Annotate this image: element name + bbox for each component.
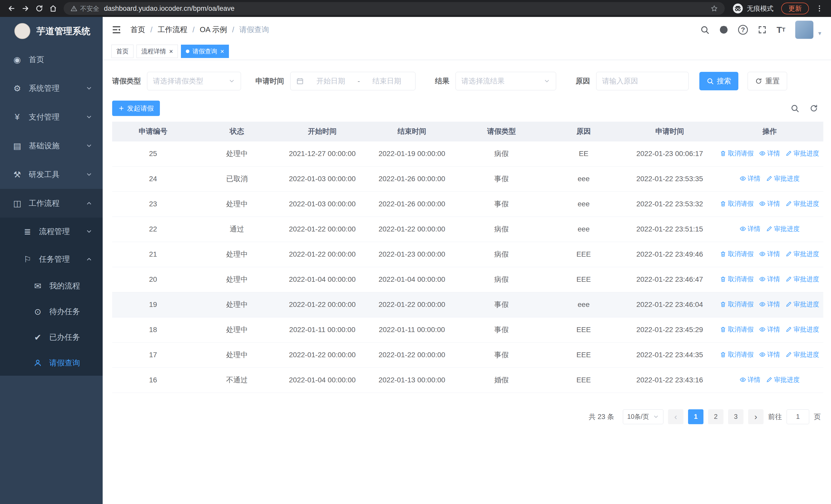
close-icon[interactable]: × <box>220 48 224 55</box>
tab-leave-query[interactable]: 请假查询 × <box>181 45 229 58</box>
col-operations: 操作 <box>716 122 824 141</box>
font-size-button[interactable]: TT <box>777 25 785 35</box>
cancel-leave-link[interactable]: 取消请假 <box>720 300 753 308</box>
sidebar: 芋道管理系统 ◉ 首页 ⚙ 系统管理 ¥ 支付管理 ▤ 基础设施 ⚒ 研发工具 … <box>0 17 103 504</box>
approval-progress-link[interactable]: 审批进度 <box>785 149 819 157</box>
search-button[interactable]: 搜索 <box>699 72 738 90</box>
approval-progress-link[interactable]: 审批进度 <box>785 275 819 283</box>
approval-progress-link[interactable]: 审批进度 <box>785 350 819 359</box>
user-icon <box>32 359 44 367</box>
prev-page-button[interactable]: ‹ <box>668 409 683 424</box>
sidebar-item-payment[interactable]: ¥ 支付管理 <box>0 102 103 131</box>
browser-update-button[interactable]: 更新 <box>781 3 809 14</box>
toggle-search-button[interactable] <box>791 104 799 113</box>
cell-leave-type: 事假 <box>459 292 544 317</box>
detail-link[interactable]: 详情 <box>759 149 780 157</box>
header-search-button[interactable] <box>700 25 709 34</box>
sidebar-item-infrastructure[interactable]: ▤ 基础设施 <box>0 131 103 160</box>
sidebar-item-label: 支付管理 <box>29 112 60 122</box>
cell-leave-type: 病假 <box>459 267 544 292</box>
page-button-3[interactable]: 3 <box>728 409 744 424</box>
col-start-time: 开始时间 <box>280 122 365 141</box>
detail-link[interactable]: 详情 <box>740 376 761 384</box>
next-page-button[interactable]: › <box>748 409 764 424</box>
cancel-leave-link[interactable]: 取消请假 <box>720 199 753 208</box>
detail-link[interactable]: 详情 <box>759 350 780 359</box>
detail-link[interactable]: 详情 <box>759 199 780 208</box>
detail-link[interactable]: 详情 <box>759 275 780 283</box>
sidebar-item-process-management[interactable]: ≣ 流程管理 <box>0 217 103 245</box>
sidebar-item-my-process[interactable]: ✉ 我的流程 <box>0 273 103 299</box>
detail-link[interactable]: 详情 <box>759 325 780 334</box>
browser-back-button[interactable] <box>5 2 19 16</box>
approval-progress-link[interactable]: 审批进度 <box>766 174 800 183</box>
breadcrumb-item-workflow[interactable]: 工作流程 <box>157 25 188 35</box>
app-logo[interactable]: 芋道管理系统 <box>0 17 103 45</box>
sidebar-item-system[interactable]: ⚙ 系统管理 <box>0 74 103 102</box>
user-avatar[interactable] <box>795 21 813 39</box>
cell-apply-time: 2022-01-22 23:45:29 <box>623 317 716 342</box>
trash-icon <box>720 326 726 333</box>
detail-link[interactable]: 详情 <box>740 225 761 233</box>
eye-icon: ⊙ <box>32 307 44 317</box>
sidebar-item-devtools[interactable]: ⚒ 研发工具 <box>0 160 103 189</box>
reset-button[interactable]: 重置 <box>748 72 787 90</box>
refresh-table-button[interactable] <box>809 104 818 113</box>
site-security-warning[interactable]: 不安全 <box>70 4 99 13</box>
tab-process-detail[interactable]: 流程详情 × <box>137 45 178 58</box>
cancel-leave-link[interactable]: 取消请假 <box>720 275 753 283</box>
leave-type-select[interactable]: 请选择请假类型 <box>147 72 241 90</box>
approval-progress-link[interactable]: 审批进度 <box>766 225 800 233</box>
cancel-leave-link[interactable]: 取消请假 <box>720 350 753 359</box>
address-bar[interactable]: 不安全 dashboard.yudao.iocoder.cn/bpm/oa/le… <box>64 2 725 15</box>
fullscreen-button[interactable] <box>757 25 767 34</box>
browser-menu-button[interactable] <box>812 2 826 16</box>
sidebar-item-leave-query[interactable]: 请假查询 <box>0 350 103 376</box>
cancel-leave-link[interactable]: 取消请假 <box>720 149 753 157</box>
sidebar-item-home[interactable]: ◉ 首页 <box>0 45 103 74</box>
browser-home-button[interactable] <box>46 2 60 16</box>
page-size-select[interactable]: 10条/页 <box>623 409 663 424</box>
approval-progress-link[interactable]: 审批进度 <box>785 250 819 258</box>
chevron-up-icon <box>86 256 92 263</box>
sidebar-item-done-tasks[interactable]: ✔ 已办任务 <box>0 324 103 350</box>
cell-end-time: 2022-01-22 00:00:00 <box>365 342 459 367</box>
tab-home[interactable]: 首页 <box>111 45 134 58</box>
browser-reload-button[interactable] <box>32 2 46 16</box>
approval-progress-link[interactable]: 审批进度 <box>785 199 819 208</box>
filter-form: 请假类型 请选择请假类型 申请时间 开始日期 - 结束日期 结果 请选择流结果 <box>112 72 823 90</box>
cell-status: 不通过 <box>194 367 280 393</box>
eye-icon <box>759 276 766 282</box>
cancel-leave-link[interactable]: 取消请假 <box>720 325 753 334</box>
apply-time-label: 申请时间 <box>255 76 284 86</box>
breadcrumb-item-oa-example[interactable]: OA 示例 <box>200 25 227 35</box>
approval-progress-link[interactable]: 审批进度 <box>766 376 800 384</box>
detail-link[interactable]: 详情 <box>740 174 761 183</box>
sidebar-item-workflow[interactable]: ◫ 工作流程 <box>0 189 103 217</box>
approval-progress-link[interactable]: 审批进度 <box>785 325 819 334</box>
create-leave-button[interactable]: 发起请假 <box>112 100 160 116</box>
cell-operations: 详情 审批进度 <box>716 367 824 393</box>
result-select[interactable]: 请选择流结果 <box>456 72 556 90</box>
apply-time-range-picker[interactable]: 开始日期 - 结束日期 <box>290 72 416 90</box>
reason-input[interactable] <box>596 72 689 90</box>
cell-end-time: 2022-01-26 00:00:00 <box>365 191 459 216</box>
page-button-1[interactable]: 1 <box>688 409 704 424</box>
detail-link[interactable]: 详情 <box>759 250 780 258</box>
help-button[interactable]: ? <box>738 25 748 35</box>
github-link-button[interactable] <box>719 25 728 34</box>
close-icon[interactable]: × <box>169 48 173 55</box>
page-button-2[interactable]: 2 <box>708 409 723 424</box>
approval-progress-link[interactable]: 审批进度 <box>785 300 819 308</box>
browser-forward-button[interactable] <box>19 2 32 16</box>
sidebar-item-todo-tasks[interactable]: ⊙ 待办任务 <box>0 299 103 324</box>
goto-page-input[interactable] <box>786 409 809 424</box>
cancel-leave-link[interactable]: 取消请假 <box>720 250 753 258</box>
sidebar-item-task-management[interactable]: ⚐ 任务管理 <box>0 245 103 273</box>
table-row: 16 不通过 2022-01-04 00:00:00 2022-01-13 00… <box>112 367 823 393</box>
detail-link[interactable]: 详情 <box>759 300 780 308</box>
bookmark-star-icon[interactable] <box>710 5 718 12</box>
breadcrumb-item-home[interactable]: 首页 <box>131 25 145 35</box>
tab-label: 流程详情 <box>141 47 166 55</box>
sidebar-toggle-button[interactable] <box>111 25 122 35</box>
